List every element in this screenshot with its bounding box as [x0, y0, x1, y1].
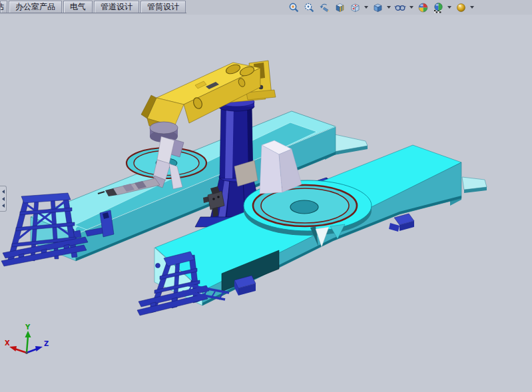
zoom-to-area-icon: [304, 2, 315, 13]
zoom-to-fit-icon: [288, 2, 300, 13]
collapse-arrow-icon: [2, 197, 5, 201]
axis-x-label: X: [5, 339, 10, 347]
collapse-arrow-icon: [2, 204, 5, 208]
top-toolbar: 估 办公室产品 电气 管道设计 管筒设计: [0, 0, 532, 15]
tab-partial-label: 估: [0, 1, 4, 13]
featuremanager-flyout-collapsed[interactable]: [0, 186, 7, 212]
view-settings-button[interactable]: [454, 1, 467, 14]
tab-label: 电气: [70, 1, 86, 13]
command-manager-tabs: 估 办公室产品 电气 管道设计 管筒设计: [0, 1, 186, 13]
view-settings-icon: [455, 2, 467, 13]
tab-label: 管筒设计: [147, 1, 179, 13]
graphics-viewport[interactable]: Y X Z: [0, 15, 532, 392]
edit-appearance-icon: [417, 2, 429, 13]
display-style-icon: [372, 2, 384, 13]
tab-electrical[interactable]: 电气: [63, 1, 93, 13]
zoom-to-area-button[interactable]: [302, 1, 316, 14]
section-view-icon: [334, 2, 346, 13]
edit-appearance-button[interactable]: [416, 1, 429, 14]
heads-up-view-toolbar: [287, 0, 475, 15]
reference-triad: Y X Z: [5, 323, 49, 354]
apply-scene-icon: [433, 2, 444, 13]
view-orientation-icon: [350, 2, 361, 13]
section-view-button[interactable]: [333, 1, 346, 14]
tab-label: 管道设计: [101, 1, 133, 13]
zoom-to-fit-button[interactable]: [287, 1, 300, 14]
display-style-button[interactable]: [371, 1, 384, 14]
previous-view-button[interactable]: [318, 1, 331, 14]
hide-show-items-icon: [394, 2, 406, 13]
hide-show-items-button[interactable]: [394, 1, 407, 14]
axis-y-label: Y: [25, 323, 31, 331]
display-style-dropdown[interactable]: [387, 6, 391, 9]
model-scene: Y X Z: [0, 15, 532, 392]
tab-tubing-design[interactable]: 管筒设计: [140, 1, 186, 13]
view-orientation-dropdown[interactable]: [364, 6, 368, 9]
collapse-arrow-icon: [2, 190, 5, 194]
view-orientation-button[interactable]: [348, 1, 362, 14]
tab-label: 办公室产品: [15, 1, 55, 13]
apply-scene-dropdown[interactable]: [447, 6, 451, 9]
tab-office-products[interactable]: 办公室产品: [9, 1, 62, 13]
previous-view-icon: [319, 2, 330, 13]
axis-z-label: Z: [44, 340, 49, 347]
view-settings-dropdown[interactable]: [470, 6, 474, 9]
apply-scene-button[interactable]: [431, 1, 445, 14]
tab-partial-left[interactable]: 估: [0, 1, 7, 13]
hide-show-items-dropdown[interactable]: [409, 6, 413, 9]
tab-piping-design[interactable]: 管道设计: [94, 1, 139, 13]
